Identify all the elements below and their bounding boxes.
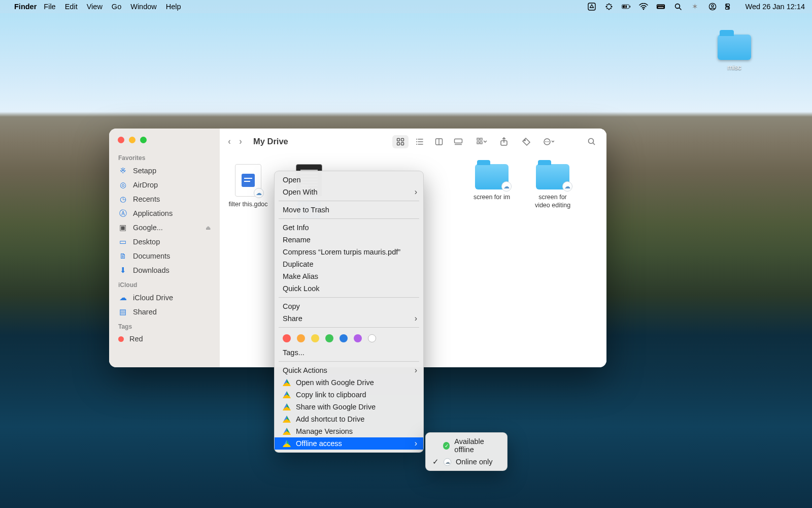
tag-swatch-blue[interactable] [340,334,348,342]
column-view-button[interactable] [431,135,447,148]
menu-window[interactable]: Window [130,3,157,11]
tag-swatch-purple[interactable] [354,334,362,342]
ctx-share[interactable]: Share [275,312,423,325]
tag-swatch-green[interactable] [325,334,333,342]
share-button[interactable] [497,135,511,148]
ctx-rename[interactable]: Rename [275,234,423,246]
desktop-folder-misc[interactable]: misc [718,35,751,71]
svg-point-51 [548,141,549,142]
eject-icon[interactable]: ⏏ [206,225,211,231]
ctx-gd-open[interactable]: Open with Google Drive [275,376,423,389]
ctx-tag-swatches [275,330,423,346]
file-gdoc[interactable]: ☁ filter this.gdoc [226,164,270,218]
menu-edit[interactable]: Edit [65,3,78,11]
zoom-button[interactable] [140,137,147,143]
nav-forward-button[interactable]: › [239,136,242,147]
ctx-quick-actions[interactable]: Quick Actions [275,364,423,376]
close-button[interactable] [118,137,124,143]
menubar: Finder File Edit View Go Window Help ✶ W… [0,0,812,13]
status-app1-icon[interactable] [587,2,596,11]
file-folder-video[interactable]: ☁ screen for video editing [530,164,575,218]
svg-point-35 [416,139,417,140]
sidebar-item-googledrive[interactable]: ▣Google...⏏ [109,220,220,235]
status-icons: ✶ Wed 26 Jan 12:14 [587,2,805,11]
svg-rect-43 [480,138,482,140]
menu-help[interactable]: Help [166,3,181,11]
sidebar-item-shared[interactable]: ▤Shared [109,305,220,319]
menu-view[interactable]: View [87,3,103,11]
svg-point-8 [610,8,612,9]
tag-swatch-yellow[interactable] [311,334,319,342]
sidebar-item-downloads[interactable]: ⬇Downloads [109,263,220,277]
ctx-gd-shortcut[interactable]: Add shortcut to Drive [275,413,423,425]
menu-go[interactable]: Go [112,3,121,11]
sidebar-item-applications[interactable]: ⒶApplications [109,206,220,220]
sidebar-item-airdrop[interactable]: ◎AirDrop [109,178,220,192]
submenu-online-only[interactable]: ✓ ☁ Online only [426,456,507,468]
ctx-copy[interactable]: Copy [275,300,423,312]
sidebar-tag-red[interactable]: Red [109,332,220,345]
ctx-gd-copylink[interactable]: Copy link to clipboard [275,389,423,401]
svg-rect-29 [401,138,404,141]
ctx-tags[interactable]: Tags... [275,346,423,359]
ctx-open-with[interactable]: Open With [275,186,423,198]
ctx-alias[interactable]: Make Alias [275,270,423,282]
nav-back-button[interactable]: ‹ [228,136,231,147]
gallery-view-button[interactable] [450,135,466,148]
ctx-getinfo[interactable]: Get Info [275,221,423,234]
ctx-gd-offline[interactable]: Offline access [275,437,423,450]
app-menu[interactable]: Finder [14,3,37,11]
ctx-gd-versions[interactable]: Manage Versions [275,425,423,437]
control-center-icon[interactable] [725,2,734,11]
ctx-compress[interactable]: Compress “Lorem turpis mauris.pdf” [275,246,423,258]
user-icon[interactable] [708,2,717,11]
svg-rect-28 [397,138,400,141]
status-app2-icon[interactable] [604,2,614,11]
minimize-button[interactable] [129,137,136,143]
ctx-gd-share[interactable]: Share with Google Drive [275,401,423,413]
sidebar-item-iclouddrive[interactable]: ☁iCloud Drive [109,291,220,305]
svg-rect-17 [661,5,662,6]
finder-sidebar: Favorites ※Setapp ◎AirDrop ◷Recents ⒶApp… [109,129,220,367]
sidebar-item-desktop[interactable]: ▭Desktop [109,235,220,249]
actions-button[interactable] [542,135,556,148]
svg-point-7 [606,8,608,9]
menu-file[interactable]: File [44,3,55,11]
folder-icon: ☁ [536,164,569,189]
keyboard-icon[interactable] [656,2,665,11]
spotlight-icon[interactable] [673,2,683,11]
svg-line-53 [593,143,595,145]
tags-button[interactable] [519,135,533,148]
ctx-open[interactable]: Open [275,174,423,186]
sidebar-item-documents[interactable]: 🗎Documents [109,249,220,263]
sidebar-item-recents[interactable]: ◷Recents [109,192,220,206]
menubar-clock[interactable]: Wed 26 Jan 12:14 [746,3,805,11]
battery-icon[interactable] [622,2,631,11]
group-button[interactable] [475,135,489,148]
finder-toolbar: ‹ › My Drive [220,129,606,155]
icon-view-button[interactable] [392,135,409,148]
separator [279,201,419,201]
wifi-icon[interactable] [639,2,648,11]
tag-swatch-red[interactable] [283,334,291,342]
offline-submenu: ✓ Available offline ✓ ☁ Online only [425,432,507,471]
file-label: screen for im [473,194,510,202]
svg-rect-13 [656,5,664,9]
documents-icon: 🗎 [118,251,127,261]
submenu-available-offline[interactable]: ✓ Available offline [426,435,507,456]
svg-point-23 [711,5,713,7]
svg-point-1 [608,3,610,5]
file-folder-im[interactable]: ☁ screen for im [469,164,514,218]
ctx-duplicate[interactable]: Duplicate [275,258,423,270]
ctx-quicklook[interactable]: Quick Look [275,282,423,295]
list-view-button[interactable] [412,135,428,148]
tag-swatch-none[interactable] [368,334,376,342]
tag-swatch-orange[interactable] [297,334,305,342]
window-title: My Drive [253,137,288,146]
sidebar-item-setapp[interactable]: ※Setapp [109,164,220,178]
googledrive-icon: ▣ [118,223,127,232]
svg-point-49 [545,141,546,142]
ctx-trash[interactable]: Move to Trash [275,204,423,216]
bluetooth-off-icon[interactable]: ✶ [691,2,700,11]
search-button[interactable] [584,135,598,148]
